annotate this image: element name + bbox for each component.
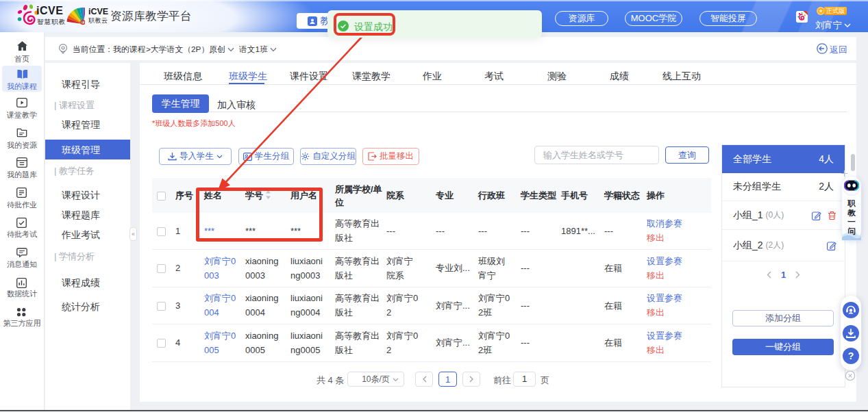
svg-text:?: ? [848,350,854,361]
